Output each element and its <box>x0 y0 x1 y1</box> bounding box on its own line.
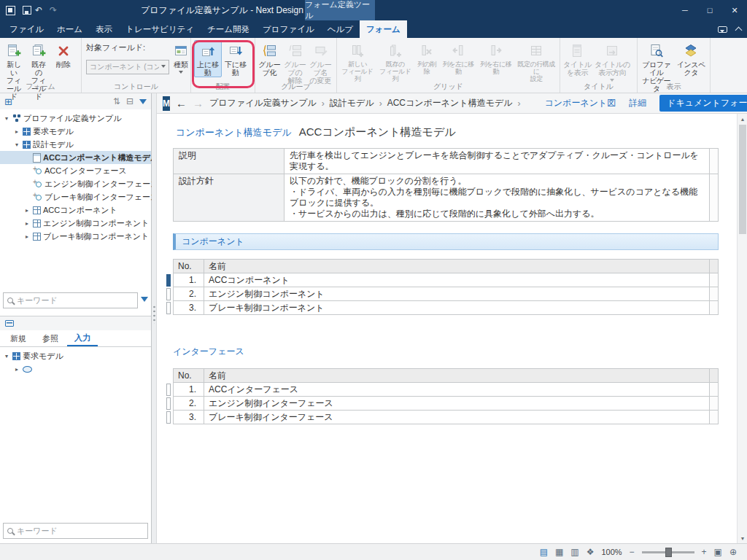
section-header-interface[interactable]: インターフェース <box>173 344 719 359</box>
expander-icon[interactable] <box>13 366 20 373</box>
default-row-config-button[interactable]: 既定の行構成に 設定 <box>514 40 558 83</box>
scrollbar-thumb[interactable] <box>739 125 746 234</box>
move-column-left-button[interactable]: 列を左に移動 <box>440 40 477 76</box>
sidebar-item-requirement-model[interactable]: 要求モデル <box>0 125 151 138</box>
existing-field-button[interactable]: 既存の フィールド <box>26 40 51 101</box>
view-document-form-button[interactable]: ドキュメントフォーム <box>659 95 747 112</box>
tab-team[interactable]: チーム開発 <box>201 20 256 38</box>
sidebar-item-profile-sample[interactable]: プロファイル定義サンプル <box>0 112 151 125</box>
collapse-all-icon[interactable]: ⊟ <box>126 96 133 106</box>
table-row[interactable]: 2. エンジン制御インターフェース <box>174 397 719 411</box>
undo-icon[interactable] <box>31 5 46 15</box>
sidebar-item-brake-component[interactable]: ブレーキ制御コンポーネント <box>0 230 151 243</box>
move-down-button[interactable]: 下に移動 <box>222 40 249 77</box>
tab-input[interactable]: 入力 <box>67 330 98 346</box>
group-button[interactable]: グループ化 <box>257 40 282 77</box>
breadcrumb-item[interactable]: プロファイル定義サンプル <box>209 97 317 109</box>
inspector-button[interactable]: インスペクタ <box>674 40 709 77</box>
move-up-button[interactable]: 上に移動 <box>194 40 222 77</box>
collapse-ribbon-icon[interactable] <box>735 27 743 34</box>
vertical-scrollbar[interactable]: ▲ ▼ <box>737 114 747 543</box>
forward-icon[interactable] <box>193 98 204 109</box>
move-column-right-button[interactable]: 列を右に移動 <box>477 40 514 76</box>
tab-help[interactable]: ヘルプ <box>321 20 360 38</box>
document-form-view-icon[interactable] <box>540 548 548 556</box>
filter-icon[interactable] <box>139 99 147 108</box>
tree-grid-view-icon[interactable] <box>555 548 563 556</box>
tab-file[interactable]: ファイル <box>3 20 50 38</box>
keyword-search-input[interactable] <box>17 526 147 535</box>
close-button[interactable]: ✕ <box>722 0 747 20</box>
new-field-column-button[interactable]: 新しい フィールド列 <box>338 40 376 83</box>
keyword-search-input[interactable] <box>17 296 137 305</box>
sidebar-item-engine-interface[interactable]: エンジン制御インターフェース <box>0 177 151 190</box>
sidebar-item-design-model[interactable]: 設計モデル <box>0 138 151 151</box>
minimize-button[interactable]: ─ <box>673 0 697 20</box>
property-value[interactable]: 先行車を検出してエンジンとブレーキを統合制御することでアダプティブ・クルーズ・コ… <box>285 149 710 174</box>
tab-traceability[interactable]: トレーサビリティ <box>119 20 201 38</box>
expander-icon[interactable] <box>23 207 31 214</box>
save-icon[interactable] <box>23 6 31 15</box>
tab-reference[interactable]: 参照 <box>35 330 66 346</box>
maximize-button[interactable]: □ <box>697 0 722 20</box>
sidebar-item-brake-interface[interactable]: ブレーキ制御インターフェース <box>0 190 151 203</box>
breadcrumb-item[interactable]: 設計モデル <box>330 97 374 109</box>
table-row[interactable]: 2. エンジン制御コンポーネント <box>174 287 719 301</box>
show-title-button[interactable]: タイトル を表示 <box>562 40 593 77</box>
new-field-button[interactable]: 新しい フィールド <box>1 40 26 101</box>
table-row[interactable]: 1. ACCインターフェース <box>174 383 719 397</box>
delete-column-button[interactable]: 列の削除 <box>414 40 440 76</box>
input-tree-item-requirement-model[interactable]: 要求モデル <box>0 349 151 362</box>
expander-icon[interactable] <box>13 141 20 148</box>
split-view-icon[interactable] <box>570 548 578 556</box>
zoom-slider-handle[interactable] <box>665 548 672 557</box>
zoom-in-button[interactable] <box>702 548 707 556</box>
input-tree-item-usecase-model[interactable] <box>0 362 151 376</box>
tab-profile[interactable]: プロファイル <box>256 20 321 38</box>
pan-icon[interactable] <box>729 548 737 556</box>
sidebar-item-acc-component[interactable]: ACCコンポーネント <box>0 203 151 217</box>
expander-icon[interactable] <box>23 233 31 240</box>
zoom-out-button[interactable] <box>630 548 635 556</box>
model-badge[interactable]: M <box>163 96 170 111</box>
table-row[interactable]: 3. ブレーキ制御インターフェース <box>174 411 719 424</box>
row-selector[interactable] <box>166 288 171 300</box>
breadcrumb-item[interactable]: ACCコンポーネント構造モデル <box>387 97 513 109</box>
scroll-up-icon[interactable]: ▲ <box>738 114 747 124</box>
back-icon[interactable] <box>176 98 187 109</box>
tab-home[interactable]: ホーム <box>50 20 89 38</box>
redo-icon[interactable] <box>46 5 61 15</box>
ungroup-button[interactable]: グループの 解除 <box>282 40 308 85</box>
sort-icon[interactable]: ⇅ <box>113 96 120 106</box>
row-selector[interactable] <box>166 274 171 287</box>
scroll-down-icon[interactable]: ▼ <box>738 533 747 543</box>
row-selector[interactable] <box>166 411 171 424</box>
sidebar-item-acc-interface[interactable]: ACCインターフェース <box>0 164 151 177</box>
sidebar-item-acc-structure-model[interactable]: ACCコンポーネント構造モデル <box>0 151 151 164</box>
section-header-component[interactable]: コンポーネント <box>173 233 719 250</box>
sidebar-item-engine-component[interactable]: エンジン制御コンポーネント <box>0 217 151 230</box>
row-selector[interactable] <box>166 384 171 396</box>
target-field-select[interactable]: コンポーネント (コンポーネ... <box>86 60 169 74</box>
existing-field-column-button[interactable]: 既存の フィールド列 <box>376 40 414 83</box>
tab-view[interactable]: 表示 <box>89 20 119 38</box>
view-detail-link[interactable]: 詳細 <box>629 97 646 109</box>
view-component-diagram-link[interactable]: コンポーネント図 <box>545 97 616 109</box>
title-direction-button[interactable]: タイトルの 表示方向 <box>593 40 632 85</box>
expander-icon[interactable] <box>3 353 10 359</box>
rename-group-button[interactable]: グループ名 の変更 <box>308 40 333 85</box>
zoom-slider[interactable] <box>642 551 694 553</box>
row-selector[interactable] <box>166 302 171 314</box>
table-row[interactable]: 1. ACCコンポーネント <box>174 273 719 287</box>
tab-new[interactable]: 新規 <box>3 330 34 346</box>
property-value[interactable]: 以下の方針で、機能ブロックの分割を行う。 ・ドライバ、車両からの入力を種別毎に機… <box>285 174 710 222</box>
expander-icon[interactable] <box>23 220 31 227</box>
tab-form[interactable]: フォーム <box>360 20 407 38</box>
diagram-view-icon[interactable] <box>587 548 595 556</box>
fit-to-window-icon[interactable] <box>714 548 722 556</box>
expander-icon[interactable] <box>3 115 10 122</box>
row-selector[interactable] <box>166 397 171 410</box>
feedback-icon[interactable] <box>718 26 727 33</box>
kind-button[interactable]: 種類 <box>172 40 190 77</box>
table-row[interactable]: 3. ブレーキ制御コンポーネント <box>174 301 719 315</box>
